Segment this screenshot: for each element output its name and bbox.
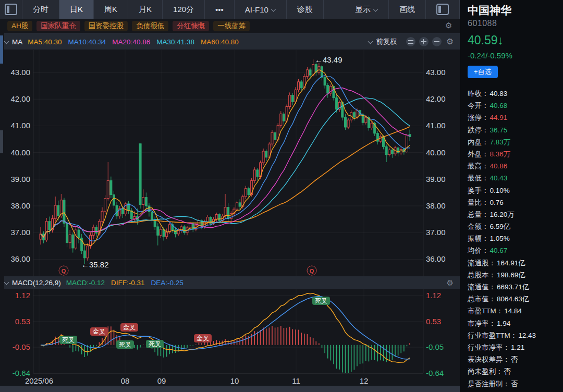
layout-toggle-button[interactable] (0, 0, 22, 19)
stat-label: 市盈TTM： (468, 307, 503, 315)
stat-value: 1.21 (511, 344, 524, 351)
stat-label: 总市值： (468, 295, 496, 303)
zoom-in-button[interactable] (419, 37, 429, 46)
ma-values: MA5:40.30MA10:40.34MA20:40.86MA30:41.38M… (28, 38, 245, 46)
stat-label: 跌停： (468, 126, 489, 134)
stat-row: 行业市盈TTM：12.43 (468, 329, 560, 341)
quote-stats-list: 昨收：40.83今开：40.68涨停：44.91跌停：36.75内盘：7.83万… (468, 88, 560, 390)
tags-settings-gear-icon[interactable]: ⚙ (445, 21, 454, 29)
tab-周K[interactable]: 周K (94, 0, 128, 19)
price-axis-tick-left: 41.00 (4, 121, 30, 130)
tab-label: 分时 (33, 5, 48, 15)
stat-label: 总量： (468, 211, 489, 218)
kline-macd-chart[interactable] (0, 0, 460, 392)
macd-axis-tick-right: -0.64 (426, 369, 444, 377)
stock-name: 中国神华 (468, 3, 511, 18)
price-axis-tick-right: 39.00 (426, 175, 446, 183)
ma-collapse-chevron-icon[interactable] (4, 40, 9, 44)
price-axis-tick-left: 42.00 (4, 95, 30, 103)
x-axis-month-label: 10 (230, 376, 239, 385)
macd-collapse-chevron-icon[interactable] (4, 280, 9, 285)
tab-label: 120分 (173, 5, 194, 15)
toolbar-label: 显示 (355, 5, 371, 15)
zoom-reset-button[interactable] (406, 37, 415, 46)
ma-value: MA5:40.30 (28, 38, 62, 46)
toolbar-画线-button[interactable]: 画线 (389, 0, 426, 19)
stat-row: 最高：40.86 (468, 160, 560, 172)
bottom-window-strip (0, 386, 460, 392)
x-axis-month-label: 2025/06 (25, 376, 53, 385)
tag-AH股[interactable]: AH股 (7, 21, 32, 31)
x-axis-month-label: 11 (292, 376, 300, 385)
quote-sidebar: 中国神华 601088 40.59↓ -0.24/-0.59% +自选 昨收：4… (460, 0, 563, 392)
left-edge-marker (0, 130, 3, 153)
tab-label: 诊股 (297, 5, 313, 15)
death-cross-badge: 死叉 (312, 297, 330, 305)
stat-row: 内盘：7.83万 (468, 136, 560, 148)
price-change: -0.24/-0.59% (468, 51, 512, 60)
stat-row: 市净率：1.94 (468, 317, 560, 329)
announcement-q-icon[interactable]: Q (307, 266, 317, 276)
tab-诊股[interactable]: 诊股 (287, 0, 324, 19)
announcement-q-icon[interactable]: Q (59, 266, 69, 276)
tag-一线蓝筹[interactable]: 一线蓝筹 (213, 21, 250, 31)
stat-label: 市净率： (468, 320, 496, 327)
stat-row: 涨停：44.91 (468, 112, 560, 124)
price-axis-tick-left: 36.00 (4, 255, 30, 263)
left-edge-scroll-handle[interactable] (0, 35, 3, 64)
zoom-out-button[interactable] (432, 37, 442, 46)
main-chart-settings-gear-icon[interactable]: ⚙ (446, 38, 454, 46)
tag-负债很低[interactable]: 负债很低 (132, 21, 168, 31)
stat-row: 跌停：36.75 (468, 124, 560, 136)
ma-value: MA30:41.38 (156, 38, 194, 46)
stat-row: 均价：40.67 (468, 244, 560, 256)
stat-label: 昨收： (468, 90, 489, 97)
tab-•••[interactable]: ••• (205, 0, 235, 19)
ma-value: MA20:40.86 (112, 38, 150, 46)
stat-value: 14.84 (504, 307, 522, 315)
stat-value: 否 (511, 380, 518, 388)
macd-value: MACD:-0.12 (66, 279, 105, 287)
price-adjust-mode[interactable]: 前复权 (376, 37, 397, 46)
tag-国家队重仓[interactable]: 国家队重仓 (36, 21, 80, 31)
chevron-down-icon (373, 7, 378, 12)
stat-value: 16.20万 (490, 211, 515, 218)
macd-title: MACD(12,26,9) (12, 279, 61, 287)
price-annotation: ←43.49 (315, 55, 342, 64)
toolbar-显示-button[interactable]: 显示 (345, 0, 389, 19)
tag-分红慷慨[interactable]: 分红慷慨 (173, 21, 209, 31)
price-axis-tick-left: 43.00 (4, 68, 30, 77)
stat-value: 否 (511, 356, 518, 363)
chevron-down-icon (271, 7, 276, 12)
stat-row: 换手：0.10% (468, 185, 560, 197)
stat-value: 1.94 (497, 320, 510, 327)
ma-value: MA10:40.34 (68, 38, 106, 46)
stat-row: 振幅：1.05% (468, 232, 560, 244)
tab-120分[interactable]: 120分 (163, 0, 205, 19)
right-panel-toggle-button[interactable] (426, 0, 460, 19)
stat-value: 164.91亿 (497, 259, 525, 267)
stat-row: 流通值：6693.71亿 (468, 281, 560, 293)
x-axis-month-label: 08 (121, 376, 130, 385)
adjust-chevron-icon[interactable] (368, 40, 373, 44)
macd-axis-tick-right: 1.12 (426, 291, 441, 300)
tag-国资委控股[interactable]: 国资委控股 (84, 21, 128, 31)
price-axis-tick-right: 38.00 (426, 202, 446, 210)
tab-月K[interactable]: 月K (128, 0, 163, 19)
stat-value: 12.43 (518, 332, 536, 339)
stat-value: 40.67 (490, 247, 508, 254)
stat-row: 今开：40.68 (468, 100, 560, 112)
stat-value: 40.43 (490, 174, 508, 182)
add-watchlist-button[interactable]: +自选 (468, 66, 498, 78)
tab-AI-F10[interactable]: AI-F10 (235, 0, 287, 19)
stat-label: 流通股： (468, 259, 496, 267)
tab-日K[interactable]: 日K (59, 0, 94, 19)
tab-分时[interactable]: 分时 (22, 0, 59, 19)
golden-cross-badge: 金叉 (194, 334, 212, 342)
stat-row: 表决权差异：否 (468, 353, 560, 365)
tab-label: AI-F10 (245, 5, 268, 14)
macd-settings-gear-icon[interactable]: ⚙ (447, 279, 454, 287)
tab-label: 月K (139, 5, 152, 15)
chart-area[interactable]: 分时日K周K月K120分•••AI-F10诊股显示画线 AH股国家队重仓国资委控… (0, 0, 460, 392)
price-axis-tick-left: 40.00 (4, 149, 30, 157)
